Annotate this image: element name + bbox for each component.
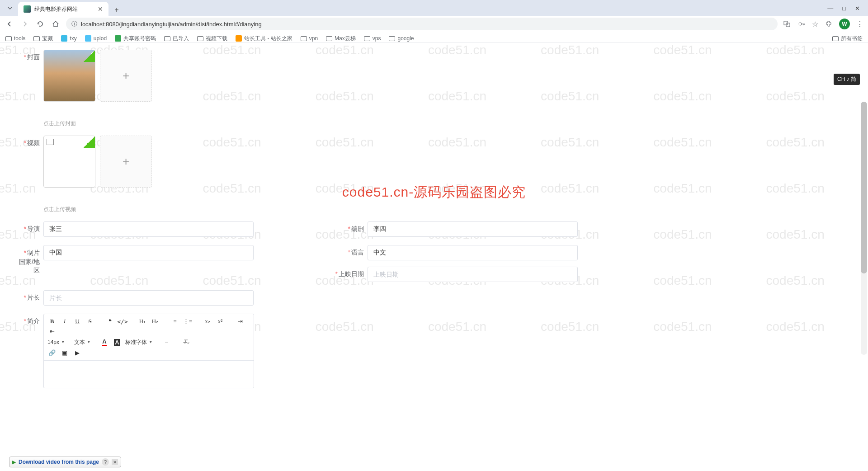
intro-label: *简介: [18, 314, 40, 325]
bookmark-vps[interactable]: vps: [364, 35, 381, 42]
plus-icon: +: [123, 155, 129, 169]
home-button[interactable]: [51, 19, 61, 29]
cover-uploaded-image[interactable]: [43, 50, 95, 102]
bookmark-uplod[interactable]: uplod: [85, 35, 107, 42]
download-link[interactable]: Download video from this page: [19, 459, 99, 465]
ime-indicator[interactable]: CH ♪ 简: [834, 74, 860, 85]
profile-avatar[interactable]: W: [839, 19, 850, 29]
underline-button[interactable]: U: [73, 317, 82, 326]
folder-icon: [5, 36, 12, 41]
bookmark-maxcloud[interactable]: Max云梯: [326, 35, 356, 42]
country-language-row: *制片国家/地区 *语言 *上映日期: [18, 245, 868, 282]
tab-close-button[interactable]: ✕: [98, 5, 103, 13]
close-bar-button[interactable]: ✕: [112, 459, 118, 465]
bookmark-google[interactable]: google: [389, 35, 414, 42]
bookmark-share-pwd[interactable]: 共享账号密码: [115, 35, 156, 42]
h2-button[interactable]: H₂: [151, 317, 160, 326]
indent-button[interactable]: ⇥: [236, 317, 245, 326]
clear-format-button[interactable]: T̶ₓ: [182, 338, 191, 347]
folder-icon: [326, 36, 332, 41]
director-writer-row: *导演 *编剧: [18, 221, 868, 237]
bold-button[interactable]: B: [47, 317, 57, 326]
format-select[interactable]: 文本: [74, 338, 96, 347]
video-button[interactable]: ▶: [73, 349, 82, 358]
forward-button[interactable]: [20, 19, 30, 29]
browser-tab[interactable]: 经典电影推荐网站 ✕: [18, 2, 108, 16]
folder-icon: [33, 36, 40, 41]
language-input[interactable]: [368, 245, 578, 260]
scrollbar-thumb[interactable]: [861, 102, 867, 273]
code-button[interactable]: </>: [118, 317, 127, 326]
director-input[interactable]: [43, 221, 254, 237]
bookmark-video-dl[interactable]: 视频下载: [197, 35, 227, 42]
url-text: localhost:8080/jingdiandianyingtuijian/a…: [81, 21, 262, 28]
bookmark-txy[interactable]: txy: [61, 35, 76, 42]
release-input[interactable]: [368, 267, 578, 282]
url-input[interactable]: ⓘ localhost:8080/jingdiandianyingtuijian…: [66, 18, 778, 30]
reload-button[interactable]: [35, 19, 45, 29]
italic-button[interactable]: I: [60, 317, 69, 326]
back-button[interactable]: [5, 19, 14, 29]
link-button[interactable]: 🔗: [47, 349, 57, 358]
help-button[interactable]: ?: [102, 458, 109, 466]
svg-point-2: [799, 23, 802, 25]
new-tab-button[interactable]: +: [110, 4, 123, 16]
strike-button[interactable]: S: [85, 317, 94, 326]
editor-content[interactable]: [44, 361, 254, 388]
bookmark-tools[interactable]: tools: [5, 35, 25, 42]
bookmark-baozang[interactable]: 宝藏: [33, 35, 53, 42]
folder-icon: [164, 36, 170, 41]
bookmark-star-icon[interactable]: ☆: [812, 20, 818, 28]
movie-form: *封面 + 点击上传封面 *视频: [0, 50, 868, 388]
language-label: *语言: [335, 245, 364, 257]
text-color-button[interactable]: A: [100, 338, 109, 347]
favicon-icon: [24, 5, 31, 13]
extensions-icon[interactable]: [825, 20, 833, 28]
h1-button[interactable]: H₁: [138, 317, 147, 326]
window-controls: — □ ✕: [819, 0, 868, 16]
minimize-button[interactable]: —: [827, 5, 833, 12]
duration-input[interactable]: [43, 290, 254, 306]
download-video-bar: ▶ Download video from this page ? ✕: [9, 457, 121, 467]
page-content: code51.cncode51.cncode51.cncode51.cncode…: [0, 43, 868, 471]
writer-label: *编剧: [335, 221, 364, 233]
all-bookmarks[interactable]: 所有书签: [832, 35, 863, 42]
unordered-list-button[interactable]: ⋮≡: [183, 317, 192, 326]
bookmark-vpn[interactable]: vpn: [301, 35, 318, 42]
subscript-button[interactable]: x₂: [203, 317, 212, 326]
bookmark-imported[interactable]: 已导入: [164, 35, 189, 42]
align-button[interactable]: ≡: [162, 338, 171, 347]
font-size-select[interactable]: 14px: [47, 338, 71, 347]
site-icon: [85, 35, 91, 42]
folder-icon: [301, 36, 307, 41]
cover-label: *封面: [18, 50, 40, 61]
image-button[interactable]: ▣: [60, 349, 69, 358]
font-family-select[interactable]: 标准字体: [125, 338, 158, 347]
close-window-button[interactable]: ✕: [855, 5, 860, 12]
folder-icon: [832, 36, 839, 41]
tab-search-button[interactable]: [4, 2, 16, 14]
site-info-icon[interactable]: ⓘ: [71, 20, 77, 28]
vertical-scrollbar[interactable]: [861, 102, 867, 355]
country-input[interactable]: [43, 245, 254, 260]
ordered-list-button[interactable]: ≡: [170, 317, 179, 326]
duration-row: *片长: [18, 290, 868, 306]
superscript-button[interactable]: x²: [216, 317, 225, 326]
password-icon[interactable]: [797, 20, 806, 28]
duration-label: *片长: [18, 290, 40, 302]
video-uploaded-item[interactable]: [43, 136, 95, 188]
tab-title: 经典电影推荐网站: [34, 5, 78, 13]
rich-text-editor: B I U S ❝ </> H₁ H₂ ≡ ⋮≡: [43, 314, 254, 388]
translate-icon[interactable]: [783, 20, 791, 28]
video-upload-button[interactable]: +: [100, 136, 152, 188]
bg-color-button[interactable]: A: [113, 338, 122, 347]
success-check-icon: [83, 50, 95, 62]
menu-button[interactable]: ⋮: [856, 20, 863, 28]
writer-input[interactable]: [368, 221, 578, 237]
quote-button[interactable]: ❝: [105, 317, 114, 326]
cover-upload-button[interactable]: +: [100, 50, 152, 102]
intro-row: *简介 B I U S ❝ </> H₁ H₂: [18, 314, 868, 388]
maximize-button[interactable]: □: [842, 5, 846, 12]
bookmark-zhanzhang[interactable]: 站长工具 - 站长之家: [236, 35, 292, 42]
outdent-button[interactable]: ⇤: [47, 327, 57, 336]
